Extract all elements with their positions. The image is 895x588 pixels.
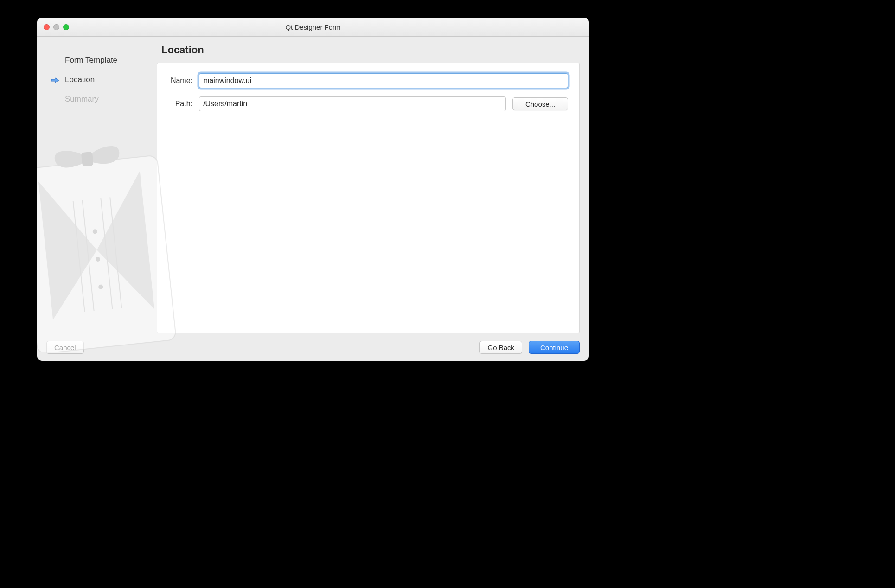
step-form-template[interactable]: Form Template (37, 51, 153, 70)
arrow-right-icon (51, 77, 59, 83)
page-title: Location (161, 44, 580, 56)
path-input[interactable]: /Users/martin (199, 96, 506, 111)
svg-line-2 (83, 200, 94, 311)
svg-point-6 (96, 256, 101, 262)
step-label: Form Template (65, 56, 117, 65)
path-input-value: /Users/martin (203, 100, 247, 108)
wizard-sidebar: Form Template Location Summary (37, 37, 153, 333)
step-summary: Summary (37, 89, 153, 109)
wizard-footer: Cancel Go Back Continue (37, 333, 589, 361)
step-location[interactable]: Location (37, 70, 153, 89)
name-input[interactable]: mainwindow.ui (199, 73, 568, 88)
form-panel: Name: mainwindow.ui Path: /Users/martin … (157, 63, 580, 333)
cancel-button[interactable]: Cancel (46, 341, 84, 354)
name-label: Name: (168, 77, 192, 85)
window-controls (37, 24, 69, 30)
wizard-window: Qt Designer Form (37, 18, 589, 361)
continue-button[interactable]: Continue (529, 341, 580, 354)
step-label: Location (65, 75, 95, 84)
svg-point-7 (98, 284, 103, 289)
svg-line-3 (101, 198, 112, 309)
svg-point-5 (92, 229, 97, 234)
path-label: Path: (168, 100, 192, 108)
go-back-button[interactable]: Go Back (479, 341, 522, 354)
titlebar: Qt Designer Form (37, 18, 589, 37)
name-input-value: mainwindow.ui (203, 77, 251, 85)
zoom-icon[interactable] (63, 24, 69, 30)
close-icon[interactable] (44, 24, 50, 30)
svg-rect-8 (81, 152, 94, 166)
svg-line-1 (73, 201, 85, 312)
choose-button[interactable]: Choose... (512, 97, 568, 110)
window-title: Qt Designer Form (37, 23, 589, 31)
svg-line-4 (110, 197, 121, 308)
minimize-icon (53, 24, 59, 30)
step-label: Summary (65, 95, 99, 104)
